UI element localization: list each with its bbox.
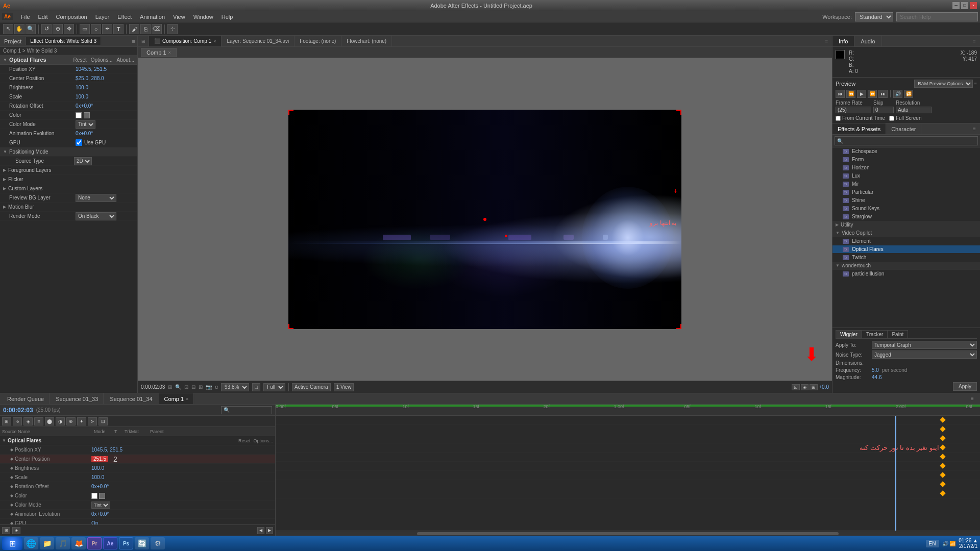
effects-search-input[interactable] (835, 136, 978, 145)
wiggler-tab[interactable]: Wiggler (836, 330, 862, 338)
ep-category-video-copilot[interactable]: ▼ Video Copilot (832, 229, 980, 237)
timeline-search[interactable] (221, 406, 272, 414)
playhead[interactable] (895, 416, 896, 531)
comp-viewer-tab[interactable]: ⬛ Composition: Comp 1 × (149, 36, 222, 46)
viewer-grid-btn[interactable]: ⊞ (199, 384, 203, 390)
tl-tool-3[interactable]: ◈ (23, 417, 33, 425)
tl-scroll-right[interactable]: ▶ (266, 527, 273, 534)
taskbar-btn-media[interactable]: 🎵 (56, 537, 70, 549)
window-controls[interactable]: ─ □ × (952, 2, 977, 9)
prop-value[interactable]: 100.0 (76, 85, 88, 90)
start-button[interactable]: ⊞ (2, 537, 22, 550)
prop-custom-layers[interactable]: ▶ Custom Layers (0, 184, 137, 193)
viewer-controls-btn[interactable]: ⊞ (168, 384, 172, 390)
effects-presets-tab[interactable]: Effects & Presets (832, 123, 886, 134)
color-swatch-2[interactable] (84, 112, 90, 118)
apply-button[interactable]: Apply (953, 382, 977, 391)
tl-tool-2[interactable]: ⎒ (13, 417, 22, 425)
tl-bottom-btn2[interactable]: ◈ (12, 527, 20, 534)
tl-tool-1[interactable]: ⊞ (2, 417, 11, 425)
timeline-time[interactable]: 0:00:02:03 (3, 407, 33, 414)
audio-tab[interactable]: Audio (854, 36, 881, 46)
apply-to-select[interactable]: Temporal Graph (872, 341, 977, 349)
ep-item-element[interactable]: fx Element (832, 237, 980, 245)
tl-bottom-btn1[interactable]: ⊞ (2, 527, 10, 534)
viewer-overlay-btn[interactable]: ◈ (801, 384, 808, 390)
prop-value[interactable]: 0x+0.0° (76, 103, 93, 109)
workspace-select[interactable]: Standard (855, 12, 893, 21)
project-tab[interactable]: Project (0, 37, 26, 45)
ep-item-twitch[interactable]: fx Twitch (832, 254, 980, 262)
taskbar-btn-premiere[interactable]: Pr (87, 537, 102, 549)
taskbar-btn-firefox[interactable]: 🦊 (71, 537, 86, 549)
preview-audio-btn[interactable]: 🔊 (893, 90, 902, 98)
preview-next-btn[interactable]: ⏩ (868, 90, 877, 98)
prop-value-highlight[interactable]: 251.5 (91, 456, 108, 462)
tl-color-mode-select[interactable]: Tint (91, 502, 110, 509)
viewer-view[interactable]: 1 View (334, 383, 354, 391)
skip-value[interactable]: 0 (873, 107, 894, 113)
ep-item-particular[interactable]: fx Particular (832, 188, 980, 196)
layer-options-btn[interactable]: Options... (253, 438, 273, 443)
character-tab[interactable]: Character (886, 123, 921, 134)
menu-layer[interactable]: Layer (91, 13, 114, 21)
text-tool[interactable]: T (113, 24, 124, 34)
taskbar-btn-ie[interactable]: 🌐 (24, 537, 38, 549)
close-button[interactable]: × (970, 2, 977, 9)
magnitude-value[interactable]: 44.6 (872, 374, 881, 380)
search-help-input[interactable] (896, 12, 978, 21)
from-current-time-checkbox[interactable] (836, 116, 841, 121)
viewer-safe-btn[interactable]: ⊟ (191, 384, 195, 390)
prop-value[interactable]: 1045.5, 251.5 (91, 447, 122, 453)
options-btn[interactable]: Options... (91, 57, 113, 63)
sequence-33-tab[interactable]: Sequence 01_33 (51, 393, 104, 404)
composition-canvas[interactable]: + به انتها برو (288, 110, 681, 329)
taskbar-btn-app[interactable]: ⚙ (151, 537, 165, 549)
brush-tool[interactable]: 🖌 (129, 24, 139, 34)
viewer-quality-select[interactable]: Full (263, 383, 285, 391)
maximize-button[interactable]: □ (961, 2, 968, 9)
taskbar-btn-update[interactable]: 🔄 (135, 537, 149, 549)
frequency-value[interactable]: 5.0 (872, 367, 879, 373)
paint-tab[interactable]: Paint (888, 330, 908, 338)
preview-loop-btn[interactable]: 🔁 (904, 90, 913, 98)
color-mode-select[interactable]: Tint (76, 120, 95, 129)
menu-effect[interactable]: Effect (113, 13, 136, 21)
prop-flicker[interactable]: ▶ Flicker (0, 175, 137, 184)
preview-last-btn[interactable]: ⏭ (878, 90, 888, 98)
hand-tool[interactable]: ✋ (14, 24, 24, 34)
viewer-active-camera[interactable]: Active Camera (292, 383, 331, 391)
menu-file[interactable]: File (17, 13, 34, 21)
menu-animation[interactable]: Animation (136, 13, 169, 21)
viewer-zoom-select[interactable]: 93.8% (221, 383, 249, 391)
prop-foreground[interactable]: ▶ Foreground Layers (0, 166, 137, 175)
taskbar-btn-ps[interactable]: Ps (119, 537, 133, 549)
layer-tab[interactable]: Layer: Sequence 01_34.avi (222, 36, 295, 46)
prop-value[interactable]: 100.0 (91, 474, 104, 480)
full-screen-checkbox[interactable] (889, 116, 894, 121)
eraser-tool[interactable]: ⌫ (152, 24, 162, 34)
layer-reset-btn[interactable]: Reset (238, 438, 251, 443)
tracker-tab[interactable]: Tracker (862, 330, 888, 338)
resolution-value[interactable]: Auto (896, 107, 932, 113)
tl-tool-5[interactable]: ⬤ (45, 417, 54, 425)
orbit-tool[interactable]: ⊕ (53, 24, 63, 34)
viewer-magnifier[interactable]: 🔍 (175, 384, 181, 390)
tl-tool-6[interactable]: ◑ (56, 417, 65, 425)
ep-item-mir[interactable]: fx Mir (832, 180, 980, 188)
ram-preview-dropdown[interactable]: RAM Preview Options (914, 80, 973, 88)
color-swatch[interactable] (76, 112, 82, 118)
viewer-alpha-btn[interactable]: α (215, 384, 218, 390)
ep-item-horizon[interactable]: fx Horizon (832, 164, 980, 172)
ep-item-starglow[interactable]: fx Starglow (832, 213, 980, 221)
menu-view[interactable]: View (169, 13, 189, 21)
render-mode-select[interactable]: On Black (76, 212, 116, 220)
frame-rate-value[interactable]: (25) (836, 107, 871, 113)
taskbar-btn-ae[interactable]: Ae (103, 537, 117, 549)
prop-value[interactable]: 0x+0.0° (76, 131, 93, 136)
pen-tool[interactable]: ✒ (102, 24, 112, 34)
ep-item-lux[interactable]: fx Lux (832, 172, 980, 180)
tl-tool-10[interactable]: ⊡ (99, 417, 108, 425)
tl-scroll-left[interactable]: ◀ (257, 527, 264, 534)
info-tab[interactable]: Info (832, 36, 854, 46)
